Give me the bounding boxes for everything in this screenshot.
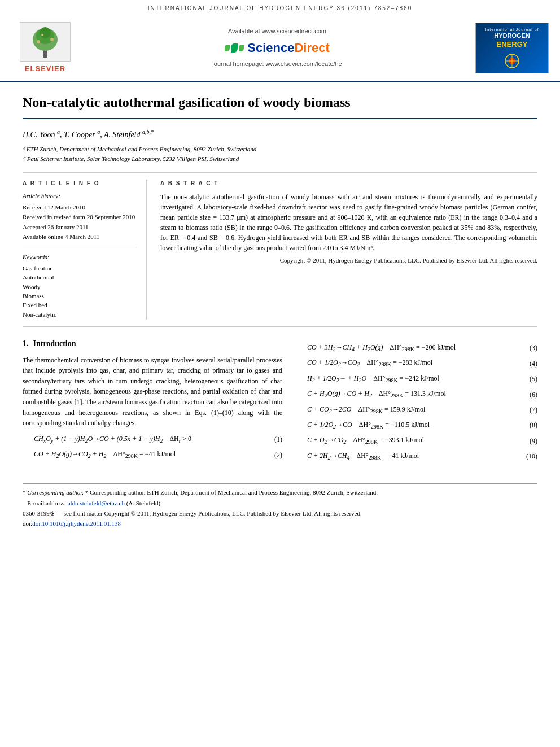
hydrogen-intl-label: International Journal of [485, 27, 539, 33]
affiliations: ᵃ ETH Zurich, Department of Mechanical a… [23, 145, 537, 164]
sciencedirect-text: ScienceDirect [247, 40, 330, 57]
equation-9: C + O2→CO2 ΔH°298K = −393.1 kJ/mol (9) [296, 435, 537, 446]
eq8-lhs: C + 1/2O2→CO [307, 421, 352, 429]
eq3-rhs: ΔH°298K = −206 kJ/mol [390, 343, 456, 351]
eq5-rhs: ΔH°298K = −242 kJ/mol [373, 374, 439, 382]
elsevier-logo: ELSEVIER [11, 22, 79, 74]
leaf-icon-2 [231, 43, 238, 53]
eq8-rhs: ΔH°298K = −110.5 kJ/mol [359, 421, 430, 429]
eq1-number: (1) [265, 435, 282, 444]
paper-title: Non-catalytic autothermal gasification o… [23, 94, 537, 119]
keyword-2: Autothermal [23, 273, 137, 282]
accepted-date: Accepted 26 January 2011 [23, 223, 137, 231]
keyword-1: Gasification [23, 264, 137, 273]
keyword-3: Woody [23, 283, 137, 291]
svg-point-5 [50, 38, 54, 41]
eq4-content: CO + 1/2O2→CO2 ΔH°298K = −283 kJ/mol [296, 358, 520, 369]
eq1-lhs: CHxOy + (1 − y)H2O→CO + (0.5x + 1 − y)H2 [34, 435, 163, 443]
hydrogen-energy-logo: International Journal of HYDROGEN ENERGY [475, 23, 549, 73]
eq6-content: C + H2O(g)→CO + H2 ΔH°298K = 131.3 kJ/mo… [296, 389, 520, 400]
hydrogen-main-label: HYDROGEN [494, 32, 530, 40]
keywords-label: Keywords: [23, 253, 137, 261]
abstract-heading: A B S T R A C T [160, 180, 537, 187]
equation-1: CHxOy + (1 − y)H2O→CO + (0.5x + 1 − y)H2… [23, 434, 282, 445]
abstract-section: A B S T R A C T The non-catalytic autoth… [160, 180, 537, 320]
eq9-content: C + O2→CO2 ΔH°298K = −393.1 kJ/mol [296, 435, 520, 446]
eq4-lhs: CO + 1/2O2→CO2 [307, 359, 360, 366]
intro-paragraph: The thermochemical conversion of biomass… [23, 355, 282, 429]
abstract-text: The non-catalytic autothermal gasificati… [160, 192, 537, 253]
footnote-issn: 0360-3199/$ — see front matter Copyright… [23, 509, 537, 518]
available-date: Available online 4 March 2011 [23, 233, 137, 241]
affiliation-a: ᵃ ETH Zurich, Department of Mechanical a… [23, 145, 537, 154]
eq8-content: C + 1/2O2→CO ΔH°298K = −110.5 kJ/mol [296, 420, 520, 431]
eq5-content: H2 + 1/2O2→ + H2O ΔH°298K = −242 kJ/mol [296, 374, 520, 385]
paper-content: Non-catalytic autothermal gasification o… [0, 82, 560, 541]
eq5-number: (5) [520, 374, 537, 384]
sciencedirect-logo: ScienceDirect [79, 40, 475, 57]
keyword-6: Non-catalytic [23, 311, 137, 319]
eq9-number: (9) [520, 436, 537, 446]
elsevier-tree-icon [20, 22, 71, 62]
article-info-heading: A R T I C L E I N F O [23, 180, 137, 187]
eq1-rhs: ΔHr > 0 [169, 435, 191, 443]
equation-4: CO + 1/2O2→CO2 ΔH°298K = −283 kJ/mol (4) [296, 358, 537, 369]
eq3-lhs: CO + 3H2→CH4 + H2O(g) [307, 343, 383, 351]
footnote-corresponding: * Corresponding author. * Corresponding … [23, 488, 537, 497]
revised-date: Received in revised form 20 September 20… [23, 213, 137, 221]
svg-point-6 [41, 34, 43, 36]
section-title: Introduction [33, 338, 76, 350]
direct-text: Direct [294, 41, 329, 55]
history-label: Article history: [23, 192, 137, 200]
journal-homepage: journal homepage: www.elsevier.com/locat… [79, 60, 475, 68]
author-steinfeld: A. Steinfeld a,b,* [104, 130, 154, 139]
eq7-number: (7) [520, 405, 537, 415]
elsevier-wordmark: ELSEVIER [25, 64, 65, 74]
eq3-content: CO + 3H2→CH4 + H2O(g) ΔH°298K = −206 kJ/… [296, 343, 520, 353]
eq10-number: (10) [520, 452, 537, 461]
eq4-number: (4) [520, 359, 537, 369]
keyword-4: Biomass [23, 292, 137, 300]
intro-heading: 1. Introduction [23, 338, 282, 350]
footnote-email: E-mail address: aldo.steinfeld@ethz.ch (… [23, 499, 537, 508]
equation-10: C + 2H2→CH4 ΔH°298K = −41 kJ/mol (10) [296, 451, 537, 462]
sd-leaves-icon [225, 43, 244, 53]
journal-header: INTERNATIONAL JOURNAL OF HYDROGEN ENERGY… [0, 0, 560, 15]
leaf-icon-3 [239, 45, 244, 51]
equation-7: C + CO2→2CO ΔH°298K = 159.9 kJ/mol (7) [296, 405, 537, 416]
eq7-content: C + CO2→2CO ΔH°298K = 159.9 kJ/mol [296, 405, 520, 416]
top-banner: ELSEVIER Available at www.sciencedirect.… [0, 15, 560, 82]
email-link[interactable]: aldo.steinfeld@ethz.ch [68, 500, 125, 506]
eq4-rhs: ΔH°298K = −283 kJ/mol [366, 359, 432, 366]
svg-point-4 [37, 40, 40, 43]
hydrogen-energy-label: ENERGY [497, 40, 528, 50]
equation-6: C + H2O(g)→CO + H2 ΔH°298K = 131.3 kJ/mo… [296, 389, 537, 400]
eq8-number: (8) [520, 421, 537, 430]
equation-2: CO + H2O(g)→CO2 + H2 ΔH°298K = −41 kJ/mo… [23, 449, 282, 460]
eq6-lhs: C + H2O(g)→CO + H2 [307, 390, 372, 397]
eq2-number: (2) [265, 451, 282, 460]
eq3-number: (3) [520, 343, 537, 353]
eq6-number: (6) [520, 390, 537, 400]
eq9-rhs: ΔH°298K = −393.1 kJ/mol [353, 436, 424, 444]
equation-3: CO + 3H2→CH4 + H2O(g) ΔH°298K = −206 kJ/… [296, 343, 537, 353]
eq2-content: CO + H2O(g)→CO2 + H2 ΔH°298K = −41 kJ/mo… [23, 449, 265, 460]
author-yoon: H.C. Yoon a [23, 130, 60, 139]
doi-link[interactable]: doi:10.1016/j.ijhydene.2011.01.138 [32, 520, 121, 527]
article-columns: A R T I C L E I N F O Article history: R… [23, 172, 537, 327]
footnote-doi: doi:doi:10.1016/j.ijhydene.2011.01.138 [23, 519, 537, 528]
equation-8: C + 1/2O2→CO ΔH°298K = −110.5 kJ/mol (8) [296, 420, 537, 431]
center-logos: Available at www.sciencedirect.com Scien… [79, 27, 475, 69]
body-columns: 1. Introduction The thermochemical conve… [23, 338, 537, 466]
section-number: 1. [23, 338, 29, 350]
affiliation-b: ᵇ Paul Scherrer Institute, Solar Technol… [23, 155, 537, 163]
eq2-lhs: CO + H2O(g)→CO2 + H2 [34, 450, 107, 458]
eq7-rhs: ΔH°298K = 159.9 kJ/mol [358, 405, 425, 413]
eq5-lhs: H2 + 1/2O2→ + H2O [307, 374, 366, 382]
equation-5: H2 + 1/2O2→ + H2O ΔH°298K = −242 kJ/mol … [296, 374, 537, 385]
eq9-lhs: C + O2→CO2 [307, 436, 346, 444]
received-date: Received 12 March 2010 [23, 203, 137, 212]
svg-point-3 [40, 27, 51, 38]
authors: H.C. Yoon a, T. Cooper a, A. Steinfeld a… [23, 128, 537, 140]
footnote-section: * Corresponding author. * Corresponding … [23, 483, 537, 528]
